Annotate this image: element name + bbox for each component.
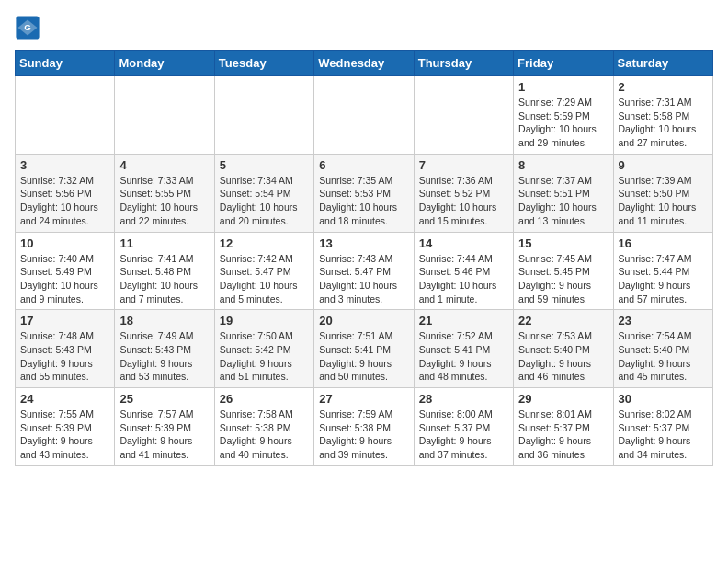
calendar-cell xyxy=(214,76,313,155)
day-info: Sunrise: 7:50 AM Sunset: 5:42 PM Dayligh… xyxy=(220,329,309,384)
calendar-week-row: 17Sunrise: 7:48 AM Sunset: 5:43 PM Dayli… xyxy=(16,310,713,388)
calendar-cell: 17Sunrise: 7:48 AM Sunset: 5:43 PM Dayli… xyxy=(16,310,115,388)
calendar-cell: 2Sunrise: 7:31 AM Sunset: 5:58 PM Daylig… xyxy=(613,76,712,155)
day-number: 8 xyxy=(518,158,608,172)
day-number: 1 xyxy=(518,80,608,94)
day-info: Sunrise: 7:57 AM Sunset: 5:39 PM Dayligh… xyxy=(119,408,209,462)
calendar-cell: 5Sunrise: 7:34 AM Sunset: 5:54 PM Daylig… xyxy=(214,154,313,232)
calendar-cell: 13Sunrise: 7:43 AM Sunset: 5:47 PM Dayli… xyxy=(314,232,414,310)
day-info: Sunrise: 7:33 AM Sunset: 5:55 PM Dayligh… xyxy=(119,174,209,228)
day-info: Sunrise: 7:54 AM Sunset: 5:40 PM Dayligh… xyxy=(619,329,708,384)
calendar-cell: 30Sunrise: 8:02 AM Sunset: 5:37 PM Dayli… xyxy=(613,388,712,466)
calendar-cell: 15Sunrise: 7:45 AM Sunset: 5:45 PM Dayli… xyxy=(514,232,613,310)
calendar-week-row: 10Sunrise: 7:40 AM Sunset: 5:49 PM Dayli… xyxy=(16,232,713,310)
calendar-cell: 11Sunrise: 7:41 AM Sunset: 5:48 PM Dayli… xyxy=(115,232,214,310)
day-number: 18 xyxy=(119,314,209,327)
day-info: Sunrise: 7:42 AM Sunset: 5:47 PM Dayligh… xyxy=(220,252,309,306)
day-info: Sunrise: 8:01 AM Sunset: 5:37 PM Dayligh… xyxy=(518,408,608,462)
svg-text:G: G xyxy=(24,22,31,32)
calendar-cell: 21Sunrise: 7:52 AM Sunset: 5:41 PM Dayli… xyxy=(414,310,513,388)
day-info: Sunrise: 7:43 AM Sunset: 5:47 PM Dayligh… xyxy=(319,252,408,306)
day-number: 28 xyxy=(419,392,508,406)
day-info: Sunrise: 7:53 AM Sunset: 5:40 PM Dayligh… xyxy=(518,329,608,384)
day-number: 9 xyxy=(619,158,708,172)
day-number: 17 xyxy=(20,314,109,327)
calendar-cell: 27Sunrise: 7:59 AM Sunset: 5:38 PM Dayli… xyxy=(314,388,414,466)
calendar-cell: 6Sunrise: 7:35 AM Sunset: 5:53 PM Daylig… xyxy=(314,154,414,232)
calendar-cell: 18Sunrise: 7:49 AM Sunset: 5:43 PM Dayli… xyxy=(115,310,214,388)
weekday-header: Saturday xyxy=(613,51,712,76)
calendar-cell: 23Sunrise: 7:54 AM Sunset: 5:40 PM Dayli… xyxy=(613,310,712,388)
day-number: 30 xyxy=(619,392,708,406)
calendar-cell: 20Sunrise: 7:51 AM Sunset: 5:41 PM Dayli… xyxy=(314,310,414,388)
day-number: 10 xyxy=(20,236,109,250)
calendar-table: SundayMondayTuesdayWednesdayThursdayFrid… xyxy=(15,50,713,466)
day-number: 22 xyxy=(518,314,608,327)
calendar-week-row: 3Sunrise: 7:32 AM Sunset: 5:56 PM Daylig… xyxy=(16,154,713,232)
weekday-header: Sunday xyxy=(16,51,115,76)
day-number: 2 xyxy=(619,80,708,94)
day-number: 3 xyxy=(20,158,109,172)
calendar-cell xyxy=(115,76,214,155)
day-number: 14 xyxy=(419,236,508,250)
calendar-cell: 14Sunrise: 7:44 AM Sunset: 5:46 PM Dayli… xyxy=(414,232,513,310)
day-number: 24 xyxy=(20,392,109,406)
day-number: 16 xyxy=(619,236,708,250)
day-info: Sunrise: 7:59 AM Sunset: 5:38 PM Dayligh… xyxy=(319,408,408,462)
day-number: 27 xyxy=(319,392,408,406)
day-info: Sunrise: 7:40 AM Sunset: 5:49 PM Dayligh… xyxy=(20,252,109,306)
calendar-cell: 12Sunrise: 7:42 AM Sunset: 5:47 PM Dayli… xyxy=(214,232,313,310)
day-number: 25 xyxy=(119,392,209,406)
day-number: 11 xyxy=(119,236,209,250)
calendar-cell: 9Sunrise: 7:39 AM Sunset: 5:50 PM Daylig… xyxy=(613,154,712,232)
calendar-cell: 8Sunrise: 7:37 AM Sunset: 5:51 PM Daylig… xyxy=(514,154,613,232)
logo-icon: G xyxy=(15,15,40,40)
day-number: 29 xyxy=(518,392,608,406)
day-number: 12 xyxy=(220,236,309,250)
weekday-header: Tuesday xyxy=(214,51,313,76)
day-info: Sunrise: 7:44 AM Sunset: 5:46 PM Dayligh… xyxy=(419,252,508,306)
day-number: 20 xyxy=(319,314,408,327)
day-number: 4 xyxy=(119,158,209,172)
page-header: G xyxy=(15,15,713,40)
weekday-header: Friday xyxy=(514,51,613,76)
calendar-cell: 10Sunrise: 7:40 AM Sunset: 5:49 PM Dayli… xyxy=(16,232,115,310)
day-info: Sunrise: 7:55 AM Sunset: 5:39 PM Dayligh… xyxy=(20,408,109,462)
day-info: Sunrise: 7:51 AM Sunset: 5:41 PM Dayligh… xyxy=(319,329,408,384)
weekday-header: Monday xyxy=(115,51,214,76)
calendar-cell: 26Sunrise: 7:58 AM Sunset: 5:38 PM Dayli… xyxy=(214,388,313,466)
day-info: Sunrise: 7:32 AM Sunset: 5:56 PM Dayligh… xyxy=(20,174,109,228)
calendar-cell: 3Sunrise: 7:32 AM Sunset: 5:56 PM Daylig… xyxy=(16,154,115,232)
day-number: 6 xyxy=(319,158,408,172)
logo: G xyxy=(15,15,44,40)
day-info: Sunrise: 7:48 AM Sunset: 5:43 PM Dayligh… xyxy=(20,329,109,384)
day-info: Sunrise: 7:31 AM Sunset: 5:58 PM Dayligh… xyxy=(619,96,708,150)
day-info: Sunrise: 7:45 AM Sunset: 5:45 PM Dayligh… xyxy=(518,252,608,306)
calendar-cell: 28Sunrise: 8:00 AM Sunset: 5:37 PM Dayli… xyxy=(414,388,513,466)
calendar-cell: 1Sunrise: 7:29 AM Sunset: 5:59 PM Daylig… xyxy=(514,76,613,155)
day-number: 5 xyxy=(220,158,309,172)
day-info: Sunrise: 7:41 AM Sunset: 5:48 PM Dayligh… xyxy=(119,252,209,306)
calendar-cell xyxy=(314,76,414,155)
calendar-cell: 29Sunrise: 8:01 AM Sunset: 5:37 PM Dayli… xyxy=(514,388,613,466)
calendar-week-row: 24Sunrise: 7:55 AM Sunset: 5:39 PM Dayli… xyxy=(16,388,713,466)
day-info: Sunrise: 7:36 AM Sunset: 5:52 PM Dayligh… xyxy=(419,174,508,228)
day-info: Sunrise: 8:00 AM Sunset: 5:37 PM Dayligh… xyxy=(419,408,508,462)
calendar-cell xyxy=(16,76,115,155)
day-info: Sunrise: 7:34 AM Sunset: 5:54 PM Dayligh… xyxy=(220,174,309,228)
calendar-cell: 24Sunrise: 7:55 AM Sunset: 5:39 PM Dayli… xyxy=(16,388,115,466)
calendar-cell: 25Sunrise: 7:57 AM Sunset: 5:39 PM Dayli… xyxy=(115,388,214,466)
day-info: Sunrise: 7:58 AM Sunset: 5:38 PM Dayligh… xyxy=(220,408,309,462)
weekday-header: Thursday xyxy=(414,51,513,76)
day-number: 13 xyxy=(319,236,408,250)
day-info: Sunrise: 7:39 AM Sunset: 5:50 PM Dayligh… xyxy=(619,174,708,228)
day-number: 15 xyxy=(518,236,608,250)
day-info: Sunrise: 7:52 AM Sunset: 5:41 PM Dayligh… xyxy=(419,329,508,384)
day-info: Sunrise: 7:29 AM Sunset: 5:59 PM Dayligh… xyxy=(518,96,608,150)
day-number: 19 xyxy=(220,314,309,327)
day-info: Sunrise: 8:02 AM Sunset: 5:37 PM Dayligh… xyxy=(619,408,708,462)
calendar-cell: 7Sunrise: 7:36 AM Sunset: 5:52 PM Daylig… xyxy=(414,154,513,232)
calendar-cell: 19Sunrise: 7:50 AM Sunset: 5:42 PM Dayli… xyxy=(214,310,313,388)
calendar-cell xyxy=(414,76,513,155)
calendar-cell: 16Sunrise: 7:47 AM Sunset: 5:44 PM Dayli… xyxy=(613,232,712,310)
